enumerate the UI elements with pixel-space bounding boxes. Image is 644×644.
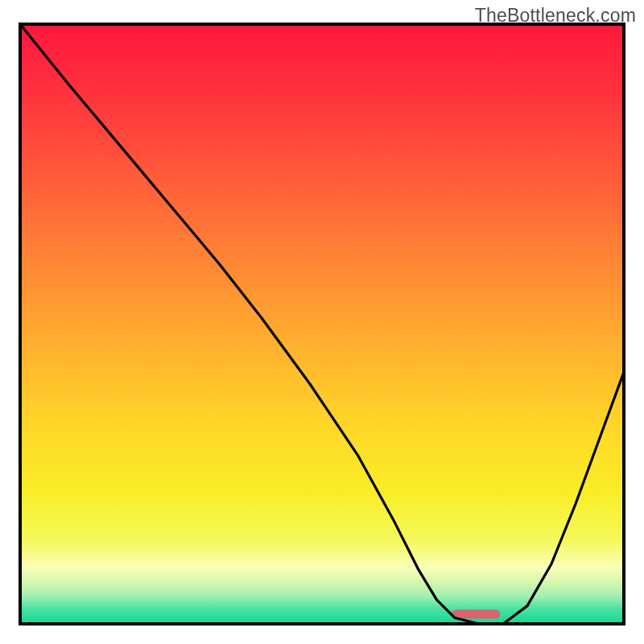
watermark-text: TheBottleneck.com [475, 5, 636, 27]
plot-background [20, 24, 624, 624]
optimal-range-marker [452, 610, 500, 619]
chart-stage: TheBottleneck.com [0, 0, 644, 644]
bottleneck-chart [0, 0, 644, 644]
